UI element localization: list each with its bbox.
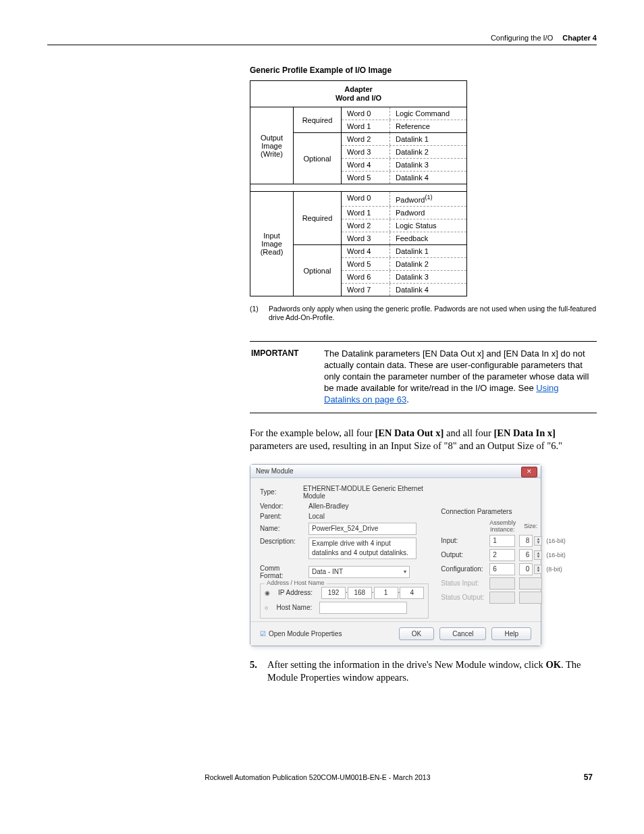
- host-name-field[interactable]: [319, 602, 407, 614]
- comm-format-dropdown[interactable]: Data - INT: [308, 566, 410, 578]
- output-size-spinner[interactable]: 6▲▼: [519, 549, 542, 561]
- config-row-label: Configuration:: [441, 565, 485, 573]
- body-paragraph: For the example below, all four [EN Data…: [250, 427, 597, 453]
- word-row: Word 4Datalink 3: [342, 159, 466, 172]
- dialog-title: New Module: [256, 467, 294, 475]
- adapter-table: Adapter Word and I/O OutputImage(Write)R…: [250, 80, 467, 296]
- word-row: Word 7Datalink 4: [342, 284, 466, 296]
- page-header: Configuring the I/O Chapter 4: [47, 34, 597, 45]
- word-row: Word 1Padword: [342, 207, 466, 219]
- size-header: Size:: [519, 523, 542, 529]
- word-row: Word 2Logic Status: [342, 219, 466, 232]
- close-icon[interactable]: ✕: [521, 467, 537, 477]
- req-opt-label: Required: [294, 192, 342, 244]
- cancel-button[interactable]: Cancel: [439, 627, 486, 640]
- name-label: Name:: [260, 525, 303, 532]
- input-row-label: Input:: [441, 537, 485, 544]
- important-text: The Datalink parameters [EN Data Out x] …: [324, 348, 595, 405]
- assembly-header: Assembly Instance:: [489, 519, 515, 533]
- breadcrumb: Configuring the I/O: [491, 34, 553, 42]
- word-row: Word 4Datalink 1: [342, 245, 466, 258]
- help-button[interactable]: Help: [491, 627, 531, 640]
- req-opt-label: Optional: [294, 133, 342, 184]
- ip-address-radio[interactable]: [265, 589, 273, 596]
- footnote-number: (1): [250, 305, 262, 322]
- vendor-label: Vendor:: [260, 502, 303, 510]
- ip-seg-4[interactable]: 4: [400, 587, 424, 599]
- req-opt-label: Optional: [294, 245, 342, 296]
- footnote-text: Padwords only apply when using the gener…: [269, 305, 597, 322]
- page-number: 57: [584, 773, 593, 782]
- status-input-instance: [489, 577, 515, 590]
- step-5: 5. After setting the information in the …: [250, 658, 597, 685]
- page-footer: Rockwell Automation Publication 520COM-U…: [47, 773, 597, 782]
- output-row-label: Output:: [441, 551, 485, 558]
- word-row: Word 5Datalink 4: [342, 172, 466, 184]
- word-row: Word 2Datalink 1: [342, 133, 466, 146]
- ip-address-label: IP Address:: [278, 589, 316, 596]
- new-module-dialog: New Module ✕ Type:ETHERNET-MODULE Generi…: [250, 464, 541, 646]
- word-row: Word 0Padword(1): [342, 192, 466, 207]
- comm-format-label: Comm Format:: [260, 565, 303, 579]
- parent-value: Local: [308, 513, 325, 520]
- adapter-title-1: Adapter: [250, 85, 466, 94]
- io-group-label: OutputImage(Write): [250, 107, 294, 184]
- word-row: Word 6Datalink 3: [342, 271, 466, 284]
- config-unit: (8-bit): [546, 566, 570, 573]
- section-title: Generic Profile Example of I/O Image: [250, 66, 597, 75]
- io-group-label: InputImage(Read): [250, 192, 294, 296]
- input-instance-field[interactable]: 1: [489, 535, 515, 547]
- word-row: Word 3Feedback: [342, 232, 466, 244]
- open-module-properties-checkbox[interactable]: Open Module Properties: [260, 630, 342, 637]
- important-label: IMPORTANT: [251, 348, 312, 405]
- io-group: InputImage(Read)RequiredWord 0Padword(1)…: [250, 191, 466, 296]
- req-opt-label: Required: [294, 107, 342, 132]
- dialog-title-bar: New Module ✕: [250, 465, 541, 478]
- io-group: OutputImage(Write)RequiredWord 0Logic Co…: [250, 107, 466, 184]
- parent-label: Parent:: [260, 513, 303, 520]
- important-text-post: .: [406, 394, 409, 405]
- vendor-value: Allen-Bradley: [308, 502, 348, 510]
- word-row: Word 1Reference: [342, 120, 466, 132]
- description-label: Description:: [260, 538, 303, 545]
- chapter-label: Chapter 4: [562, 34, 597, 42]
- name-field[interactable]: PowerFlex_524_Drive: [308, 523, 417, 535]
- step-text: After setting the information in the dri…: [267, 658, 597, 685]
- publication-info: Rockwell Automation Publication 520COM-U…: [205, 773, 430, 781]
- address-group-label: Address / Host Name: [265, 579, 327, 586]
- status-output-size: [519, 592, 542, 604]
- output-instance-field[interactable]: 2: [489, 549, 515, 561]
- host-name-label: Host Name:: [276, 604, 314, 611]
- description-field[interactable]: Example drive with 4 input datalinks and…: [308, 538, 417, 559]
- ip-seg-2[interactable]: 168: [348, 587, 372, 599]
- status-output-label: Status Output:: [441, 594, 485, 601]
- adapter-title-2: Word and I/O: [250, 94, 466, 103]
- type-value: ETHERNET-MODULE Generic Ethernet Module: [303, 485, 429, 500]
- ok-button[interactable]: OK: [399, 627, 434, 640]
- config-instance-field[interactable]: 6: [489, 563, 515, 575]
- adapter-table-header: Adapter Word and I/O: [250, 81, 466, 107]
- word-row: Word 0Logic Command: [342, 107, 466, 120]
- step-number: 5.: [250, 658, 261, 685]
- input-size-spinner[interactable]: 8▲▼: [519, 535, 542, 547]
- input-unit: (16-bit): [546, 538, 570, 544]
- status-output-instance: [489, 592, 515, 604]
- word-row: Word 5Datalink 2: [342, 258, 466, 271]
- config-size-spinner[interactable]: 0▲▼: [519, 563, 542, 575]
- ip-seg-1[interactable]: 192: [321, 587, 346, 599]
- footnote-1: (1) Padwords only apply when using the g…: [250, 305, 597, 322]
- ip-seg-3[interactable]: 1: [374, 587, 398, 599]
- status-input-label: Status Input:: [441, 579, 485, 587]
- conn-params-label: Connection Parameters: [441, 508, 559, 515]
- output-unit: (16-bit): [546, 552, 570, 558]
- type-label: Type:: [260, 488, 298, 496]
- word-row: Word 3Datalink 2: [342, 146, 466, 159]
- important-callout: IMPORTANT The Datalink parameters [EN Da…: [250, 341, 597, 413]
- host-name-radio[interactable]: [265, 604, 271, 611]
- status-input-size: [519, 577, 542, 590]
